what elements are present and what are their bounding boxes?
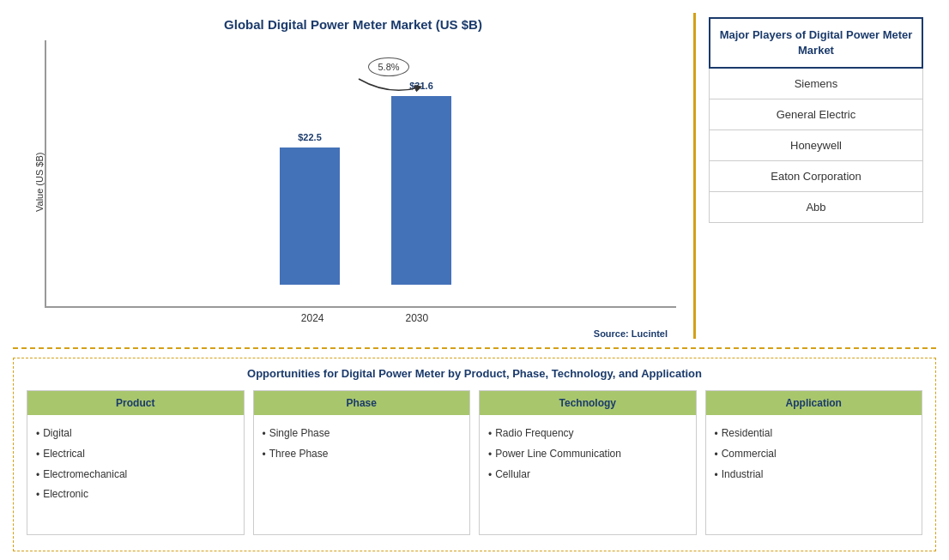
list-item: •Single Phase (263, 424, 462, 444)
column-body-technology: •Radio Frequency •Power Line Communicati… (480, 415, 696, 534)
y-axis-label: Value (US $B) (30, 40, 45, 324)
bars-container: 5.8% $ (45, 40, 676, 308)
player-eaton: Eaton Corporation (709, 161, 923, 192)
list-item: •Digital (36, 424, 235, 444)
list-item: •Cellular (488, 465, 687, 485)
chart-title: Global Digital Power Meter Market (US $B… (224, 17, 482, 32)
chart-plot: 5.8% $ (45, 40, 676, 324)
bullet: • (715, 425, 718, 444)
bullet: • (36, 445, 39, 465)
x-label-2024: 2024 (301, 312, 324, 324)
bar-group-2024: $22.5 (280, 132, 340, 285)
list-item: •Electromechanical (36, 465, 235, 485)
bullet: • (36, 485, 39, 505)
bullet: • (715, 466, 718, 485)
bar-value-2024: $22.5 (298, 132, 322, 142)
column-body-application: •Residential •Commercial •Industrial (706, 415, 922, 534)
bullet: • (263, 425, 266, 444)
bullet: • (488, 466, 492, 485)
player-abb: Abb (709, 192, 923, 223)
major-players-title: Major Players of Digital Power Meter Mar… (709, 17, 923, 69)
list-item: •Industrial (715, 465, 914, 485)
growth-annotation: 5.8% (354, 57, 423, 100)
column-product: Product •Digital •Electrical •Electromec… (27, 390, 245, 535)
bottom-section: Opportunities for Digital Power Meter by… (13, 358, 936, 551)
chart-inner: Value (US $B) 5.8% (30, 40, 676, 324)
player-siemens: Siemens (709, 69, 923, 99)
column-technology: Technology •Radio Frequency •Power Line … (479, 390, 697, 535)
column-phase: Phase •Single Phase •Three Phase (253, 390, 471, 535)
column-application: Application •Residential •Commercial •In… (705, 390, 923, 535)
bar-2030 (391, 96, 451, 285)
list-item: •Radio Frequency (488, 424, 687, 444)
bullet: • (263, 445, 266, 465)
horizontal-divider (13, 347, 936, 349)
bullet: • (715, 445, 718, 465)
list-item: •Three Phase (263, 444, 462, 465)
bar-group-2030: $31.6 (391, 81, 451, 285)
bullet: • (36, 466, 39, 485)
column-header-technology: Technology (480, 391, 696, 415)
bullet: • (36, 425, 39, 444)
column-body-phase: •Single Phase •Three Phase (254, 415, 470, 534)
player-honeywell: Honeywell (709, 130, 923, 161)
list-item: •Electronic (36, 485, 235, 505)
chart-area: Global Digital Power Meter Market (US $B… (13, 9, 693, 343)
bullet: • (488, 445, 492, 465)
top-section: Global Digital Power Meter Market (US $B… (13, 9, 936, 343)
opportunities-title: Opportunities for Digital Power Meter by… (27, 367, 922, 380)
source-label: Source: Lucintel (30, 328, 676, 339)
column-header-application: Application (706, 391, 922, 415)
bar-2024 (280, 148, 340, 285)
list-item: •Power Line Communication (488, 444, 687, 465)
column-body-product: •Digital •Electrical •Electromechanical … (27, 415, 244, 534)
bullet: • (488, 425, 492, 444)
right-panel: Major Players of Digital Power Meter Mar… (696, 9, 936, 343)
growth-bubble: 5.8% (368, 57, 408, 76)
columns-container: Product •Digital •Electrical •Electromec… (27, 390, 922, 535)
main-container: Global Digital Power Meter Market (US $B… (0, 0, 949, 560)
list-item: •Commercial (715, 444, 914, 465)
list-item: •Electrical (36, 444, 235, 465)
column-header-product: Product (27, 391, 244, 415)
x-label-2030: 2030 (406, 312, 429, 324)
list-item: •Residential (715, 424, 914, 444)
column-header-phase: Phase (254, 391, 470, 415)
player-ge: General Electric (709, 99, 923, 130)
